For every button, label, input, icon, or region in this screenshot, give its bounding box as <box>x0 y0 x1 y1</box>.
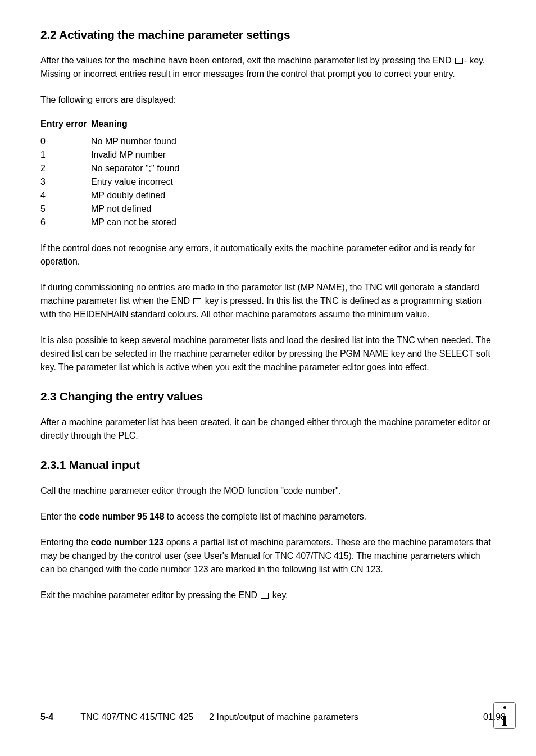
document-title: TNC 407/TNC 415/TNC 425 <box>80 712 193 722</box>
paragraph: It is also possible to keep several mach… <box>40 334 496 374</box>
cell-code: 1 <box>40 148 91 162</box>
end-key-icon <box>455 58 463 64</box>
table-header-row: Entry errorMeaning <box>40 119 496 129</box>
cell-meaning: Entry value incorrect <box>91 177 173 186</box>
paragraph: After a machine parameter list has been … <box>40 416 496 443</box>
cell-code: 4 <box>40 189 91 202</box>
table-row: 5MP not defined <box>40 202 496 216</box>
heading-2-2: 2.2 Activating the machine parameter set… <box>40 28 496 42</box>
info-stem: ı <box>502 709 507 729</box>
paragraph: Entering the code number 123 opens a par… <box>40 536 496 576</box>
cell-code: 2 <box>40 162 91 175</box>
error-table: 0No MP number found 1Invalid MP number 2… <box>40 135 496 229</box>
heading-2-3: 2.3 Changing the entry values <box>40 390 496 403</box>
cell-meaning: Invalid MP number <box>91 150 166 160</box>
heading-2-3-1: 2.3.1 Manual input <box>40 458 496 472</box>
cell-meaning: MP not defined <box>91 204 151 213</box>
cell-meaning: No separator ";" found <box>91 163 179 173</box>
cell-code: 6 <box>40 216 91 229</box>
cell-code: 3 <box>40 175 91 189</box>
text: Exit the machine parameter editor by pre… <box>40 590 260 600</box>
document-content: 2.2 Activating the machine parameter set… <box>40 28 496 602</box>
page-footer: 5-4 TNC 407/TNC 415/TNC 425 2 Input/outp… <box>40 705 514 722</box>
bold-text: code number 123 <box>90 538 163 547</box>
cell-meaning: MP can not be stored <box>91 217 176 227</box>
cell-meaning: No MP number found <box>91 136 176 146</box>
paragraph: Call the machine parameter editor throug… <box>40 484 496 498</box>
text: key. <box>270 590 288 600</box>
cell-code: 5 <box>40 202 91 216</box>
text: Enter the <box>40 512 79 521</box>
paragraph: If the control does not recognise any er… <box>40 242 496 268</box>
table-header-col2: Meaning <box>91 119 128 129</box>
text: After the values for the machine have be… <box>40 56 454 65</box>
paragraph: After the values for the machine have be… <box>40 54 496 81</box>
paragraph: The following errors are displayed: <box>40 93 496 107</box>
end-key-icon <box>193 298 201 304</box>
bold-text: code number 95 148 <box>79 512 164 521</box>
cell-meaning: MP doubly defined <box>91 190 165 200</box>
paragraph: Enter the code number 95 148 to access t… <box>40 510 496 523</box>
table-row: 2No separator ";" found <box>40 162 496 175</box>
end-key-icon <box>261 593 269 599</box>
cell-code: 0 <box>40 135 91 148</box>
table-row: 1Invalid MP number <box>40 148 496 162</box>
table-header-col1: Entry error <box>40 119 91 129</box>
text: Entering the <box>40 538 90 547</box>
table-row: 0No MP number found <box>40 135 496 148</box>
table-row: 4MP doubly defined <box>40 189 496 202</box>
paragraph: If during commissioning no entries are m… <box>40 281 496 321</box>
paragraph: Exit the machine parameter editor by pre… <box>40 589 496 602</box>
text: to access the complete list of machine p… <box>164 512 366 521</box>
page-number: 5-4 <box>40 712 53 722</box>
section-title: 2 Input/output of machine parameters <box>209 712 483 722</box>
table-row: 3Entry value incorrect <box>40 175 496 189</box>
info-icon: ı <box>493 702 516 729</box>
table-row: 6MP can not be stored <box>40 216 496 229</box>
